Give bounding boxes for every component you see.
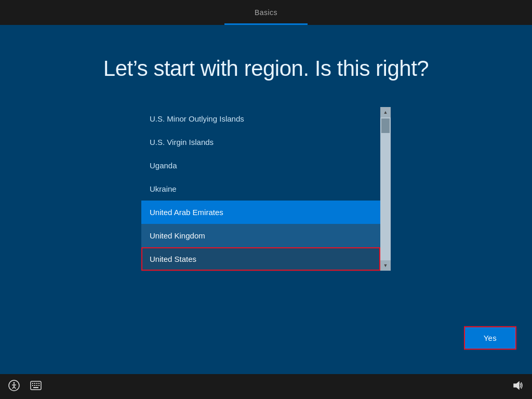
svg-rect-15 xyxy=(33,387,38,388)
svg-point-1 xyxy=(14,382,15,383)
svg-rect-10 xyxy=(38,383,39,384)
list-item-ukraine[interactable]: Ukraine xyxy=(141,177,380,201)
list-item-uae[interactable]: United Arab Emirates xyxy=(141,201,380,224)
svg-rect-9 xyxy=(36,383,37,384)
svg-rect-8 xyxy=(34,383,35,384)
svg-rect-14 xyxy=(38,385,39,386)
svg-rect-7 xyxy=(32,383,33,384)
top-bar-underline xyxy=(224,23,308,25)
scrollbar-track[interactable] xyxy=(380,117,391,260)
scrollbar[interactable]: ▲ ▼ xyxy=(380,107,391,271)
yes-button[interactable]: Yes xyxy=(464,326,516,350)
bottom-bar xyxy=(0,374,532,399)
svg-marker-16 xyxy=(514,382,519,389)
region-list[interactable]: U.S. Minor Outlying IslandsU.S. Virgin I… xyxy=(141,107,380,271)
yes-button-container: Yes xyxy=(464,326,516,350)
scrollbar-up-arrow[interactable]: ▲ xyxy=(380,107,391,117)
scrollbar-down-arrow[interactable]: ▼ xyxy=(380,260,391,271)
svg-rect-12 xyxy=(34,385,35,386)
region-list-container: U.S. Minor Outlying IslandsU.S. Virgin I… xyxy=(141,107,391,271)
accessibility-icon[interactable] xyxy=(8,380,20,394)
svg-rect-13 xyxy=(36,385,37,386)
top-bar: Basics xyxy=(0,0,532,25)
svg-rect-11 xyxy=(32,385,33,386)
list-item-us-minor[interactable]: U.S. Minor Outlying Islands xyxy=(141,107,380,130)
list-item-uk[interactable]: United Kingdom xyxy=(141,224,380,247)
main-content: Let’s start with region. Is this right? … xyxy=(0,25,532,374)
list-item-us[interactable]: United States xyxy=(141,247,380,271)
bottom-bar-right-icons xyxy=(512,380,524,394)
volume-icon[interactable] xyxy=(512,380,524,394)
list-item-us-virgin[interactable]: U.S. Virgin Islands xyxy=(141,130,380,154)
keyboard-icon[interactable] xyxy=(30,381,42,393)
page-heading: Let’s start with region. Is this right? xyxy=(103,56,429,81)
list-item-uganda[interactable]: Uganda xyxy=(141,154,380,177)
scrollbar-thumb[interactable] xyxy=(381,118,390,133)
bottom-bar-left-icons xyxy=(8,380,42,394)
svg-line-5 xyxy=(14,387,16,389)
top-bar-title: Basics xyxy=(255,8,277,17)
